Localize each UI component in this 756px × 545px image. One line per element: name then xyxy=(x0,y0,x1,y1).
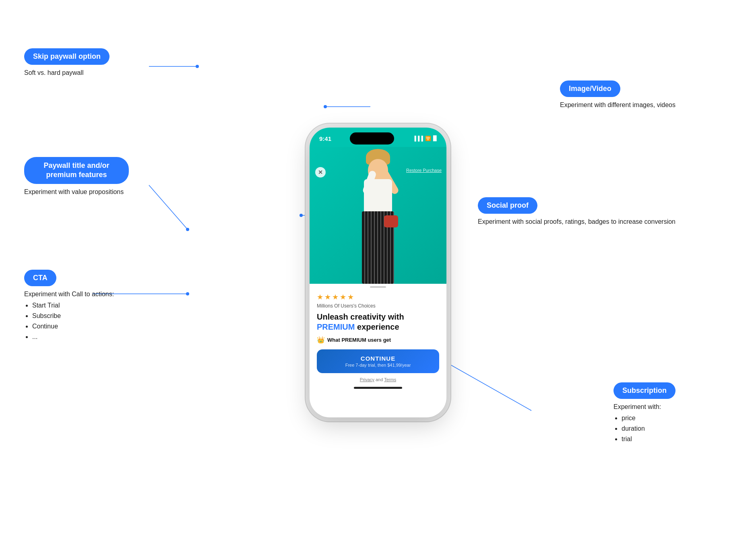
star-1: ★ xyxy=(317,293,323,301)
stars-row: ★ ★ ★ ★ ★ xyxy=(317,293,439,301)
svg-point-3 xyxy=(186,228,189,231)
phone-image-area: ✕ Restore Purchase xyxy=(310,147,446,284)
time-display: 9:41 xyxy=(319,135,331,142)
skip-paywall-desc: Soft vs. hard paywall xyxy=(24,68,109,78)
svg-point-1 xyxy=(196,65,199,68)
svg-point-5 xyxy=(186,292,189,295)
image-video-desc: Experiment with different images, videos xyxy=(560,100,675,110)
privacy-link[interactable]: Privacy xyxy=(360,377,374,382)
terms-link[interactable]: Terms xyxy=(384,377,396,382)
headline-part1: Unleash creativity with xyxy=(317,312,404,321)
star-5: ★ xyxy=(347,293,354,301)
home-indicator xyxy=(354,387,402,389)
cta-desc-intro: Experiment with Call to actions: xyxy=(24,291,114,297)
phone-content: ★ ★ ★ ★ ★ Millions Of Users's Choices Un… xyxy=(310,288,446,395)
cta-bubble: CTA xyxy=(24,270,56,286)
battery-icon: ▉ xyxy=(433,136,437,141)
cta-sublabel: Free 7-day trial, then $41,99/year xyxy=(322,363,434,367)
skip-paywall-bubble: Skip paywall option xyxy=(24,48,109,65)
subscription-desc: Experiment with: price duration trial xyxy=(613,402,675,444)
phone-frame: 9:41 ▐▐▐ 🛜 ▉ ✕ Restore Purchase xyxy=(310,128,446,417)
feature-row-text: What PREMIUM users get xyxy=(327,337,391,343)
paywall-title-annotation: Paywall title and/or premium features Ex… xyxy=(24,157,129,197)
skip-paywall-annotation: Skip paywall option Soft vs. hard paywal… xyxy=(24,48,109,78)
cta-desc-list: Start Trial Subscribe Continue ... xyxy=(32,301,114,342)
subscription-desc-intro: Experiment with: xyxy=(613,403,661,410)
subscription-list-item-2: duration xyxy=(622,424,675,434)
cta-list-item-2: Subscribe xyxy=(32,311,114,321)
wifi-icon: 🛜 xyxy=(425,136,431,141)
close-icon: ✕ xyxy=(318,169,323,175)
signal-icon: ▐▐▐ xyxy=(413,136,423,141)
star-4: ★ xyxy=(340,293,346,301)
cta-list-item-3: Continue xyxy=(32,322,114,331)
svg-point-9 xyxy=(300,214,303,217)
social-proof-annotation: Social proof Experiment with social proo… xyxy=(478,197,675,227)
cta-label: CONTINUE xyxy=(322,355,434,362)
restore-purchase-link[interactable]: Restore Purchase xyxy=(406,168,442,173)
premium-feature-row: 👑 What PREMIUM users get xyxy=(317,336,439,344)
cta-list-item-1: Start Trial xyxy=(32,301,114,310)
footer-and: and xyxy=(374,377,384,382)
crown-icon: 👑 xyxy=(317,336,325,344)
subscription-bubble: Subscription xyxy=(613,382,675,399)
cta-button[interactable]: CONTINUE Free 7-day trial, then $41,99/y… xyxy=(317,349,439,373)
star-2: ★ xyxy=(324,293,331,301)
cta-desc: Experiment with Call to actions: Start T… xyxy=(24,289,114,342)
paywall-title-desc: Experiment with value propositions xyxy=(24,187,129,197)
social-proof-desc: Experiment with social proofs, ratings, … xyxy=(478,217,675,227)
svg-line-2 xyxy=(149,185,188,229)
phone-footer: Privacy and Terms xyxy=(317,373,439,384)
headline-premium: PREMIUM xyxy=(317,322,355,331)
hero-image xyxy=(342,155,414,284)
image-video-bubble: Image/Video xyxy=(560,81,620,97)
star-3: ★ xyxy=(332,293,339,301)
subscription-list-item-3: trial xyxy=(622,434,675,444)
phone-mockup: 9:41 ▐▐▐ 🛜 ▉ ✕ Restore Purchase xyxy=(310,128,446,417)
social-proof-subtext: Millions Of Users's Choices xyxy=(317,303,439,309)
svg-point-7 xyxy=(324,105,327,108)
paywall-title-bubble: Paywall title and/or premium features xyxy=(24,157,129,184)
cta-list-item-4: ... xyxy=(32,332,114,342)
status-bar: 9:41 ▐▐▐ 🛜 ▉ xyxy=(310,128,446,147)
cta-annotation: CTA Experiment with Call to actions: Sta… xyxy=(24,270,114,343)
dynamic-island xyxy=(350,132,394,145)
social-proof-bubble: Social proof xyxy=(478,197,537,214)
subscription-list-item-1: price xyxy=(622,413,675,423)
subscription-annotation: Subscription Experiment with: price dura… xyxy=(613,382,675,445)
status-icons: ▐▐▐ 🛜 ▉ xyxy=(413,136,437,141)
image-video-annotation: Image/Video Experiment with different im… xyxy=(560,81,675,110)
headline-part2: experience xyxy=(355,322,399,331)
subscription-desc-list: price duration trial xyxy=(622,413,675,444)
headline: Unleash creativity with PREMIUM experien… xyxy=(317,312,439,332)
close-button[interactable]: ✕ xyxy=(315,167,326,178)
